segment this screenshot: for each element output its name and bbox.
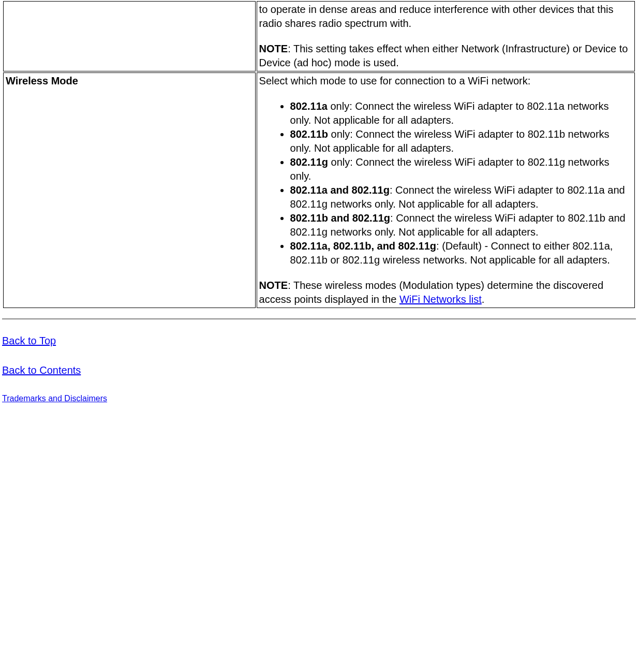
back-to-top-link[interactable]: Back to Top	[2, 335, 56, 346]
mode-desc: only: Connect the wireless WiFi adapter …	[290, 128, 610, 154]
mode-name: 802.11a	[290, 100, 328, 112]
table-row: to operate in dense areas and reduce int…	[3, 1, 635, 71]
wifi-networks-list-link[interactable]: WiFi Networks list	[399, 294, 482, 305]
mode-desc: only: Connect the wireless WiFi adapter …	[290, 100, 609, 126]
mode-name: 802.11g	[290, 156, 328, 168]
mode-desc: only: Connect the wireless WiFi adapter …	[290, 156, 610, 182]
note-text: : This setting takes effect when either …	[259, 43, 628, 68]
trademarks-link[interactable]: Trademarks and Disclaimers	[2, 394, 107, 403]
divider	[2, 318, 636, 319]
mode-name: 802.11a and 802.11g	[290, 184, 390, 196]
list-item: 802.11a only: Connect the wireless WiFi …	[290, 99, 632, 127]
mode-name: 802.11b	[290, 128, 328, 140]
mode-name: 802.11a, 802.11b, and 802.11g	[290, 240, 436, 252]
note-label: NOTE	[259, 280, 288, 291]
setting-name: Wireless Mode	[6, 75, 78, 86]
list-item: 802.11a, 802.11b, and 802.11g: (Default)…	[290, 239, 632, 267]
setting-desc-cell: Select which mode to use for connection …	[257, 72, 635, 308]
mode-list: 802.11a only: Connect the wireless WiFi …	[259, 99, 632, 267]
note-paragraph: NOTE: This setting takes effect when eit…	[259, 42, 632, 70]
list-item: 802.11b only: Connect the wireless WiFi …	[290, 127, 632, 155]
note-paragraph: NOTE: These wireless modes (Modulation t…	[259, 279, 632, 306]
table-row: Wireless Mode Select which mode to use f…	[3, 72, 635, 308]
list-item: 802.11a and 802.11g: Connect the wireles…	[290, 183, 632, 211]
setting-name-cell	[3, 1, 256, 71]
footer-links: Back to Top Back to Contents Trademarks …	[2, 334, 636, 404]
note-label: NOTE	[259, 43, 288, 54]
list-item: 802.11g only: Connect the wireless WiFi …	[290, 155, 632, 183]
desc-paragraph: to operate in dense areas and reduce int…	[259, 3, 632, 31]
note-text-after: .	[482, 294, 485, 305]
settings-table: to operate in dense areas and reduce int…	[2, 0, 636, 309]
list-item: 802.11b and 802.11g: Connect the wireles…	[290, 211, 632, 239]
setting-name-cell: Wireless Mode	[3, 72, 256, 308]
desc-intro: Select which mode to use for connection …	[259, 74, 632, 88]
back-to-contents-link[interactable]: Back to Contents	[2, 364, 81, 376]
mode-name: 802.11b and 802.11g	[290, 212, 390, 224]
setting-desc-cell: to operate in dense areas and reduce int…	[257, 1, 635, 71]
